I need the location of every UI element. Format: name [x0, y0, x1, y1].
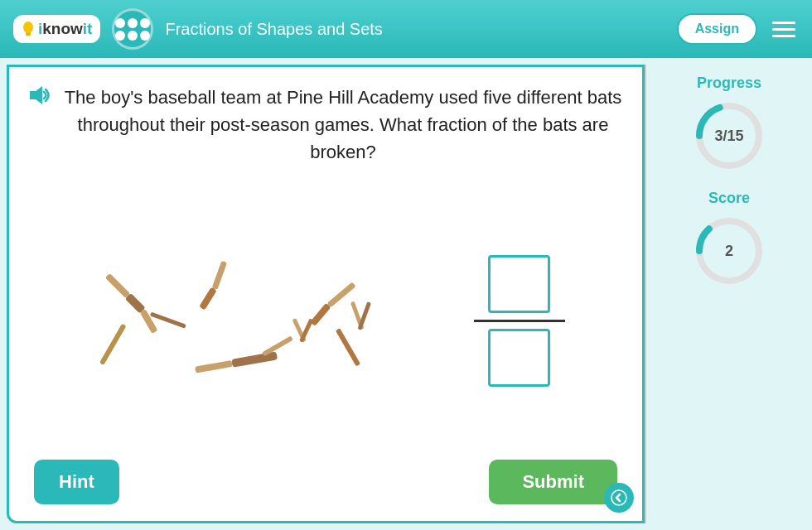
bottom-bar: Hint Submit [26, 460, 626, 504]
logo-bulb-icon [22, 21, 35, 37]
dot [140, 31, 150, 41]
content-area [26, 182, 626, 460]
menu-line [772, 28, 795, 31]
fraction-line [474, 320, 565, 322]
menu-line [772, 35, 795, 37]
menu-button[interactable] [769, 18, 799, 41]
right-panel: Progress 3/15 Score 2 [646, 58, 812, 530]
numerator-input[interactable] [495, 259, 544, 309]
svg-rect-12 [310, 302, 331, 325]
score-circle: 2 [692, 214, 766, 288]
submit-button[interactable]: Submit [489, 460, 617, 504]
question-text: The boy's baseball team at Pine Hill Aca… [60, 84, 626, 166]
progress-card: Progress 3/15 [692, 75, 766, 173]
dots-grid [115, 18, 150, 41]
question-panel: The boy's baseball team at Pine Hill Aca… [7, 65, 645, 523]
arrow-icon [611, 489, 627, 506]
hint-button[interactable]: Hint [34, 460, 119, 504]
svg-rect-13 [211, 260, 227, 289]
svg-rect-17 [335, 328, 360, 366]
svg-marker-4 [30, 86, 42, 104]
progress-circle: 3/15 [692, 99, 766, 173]
svg-point-22 [611, 490, 626, 505]
logo: iknowit [13, 15, 100, 43]
progress-label: Progress [697, 75, 761, 92]
progress-value: 3/15 [714, 128, 743, 145]
bats-image [87, 247, 385, 396]
denominator-input[interactable] [495, 333, 544, 383]
header: iknowit Fractions of Shapes and Sets Ass… [0, 0, 812, 58]
menu-line [772, 22, 795, 24]
denominator-input-box[interactable] [488, 329, 550, 387]
score-card: Score 2 [692, 190, 766, 288]
svg-rect-7 [139, 309, 157, 334]
bats-svg [87, 247, 385, 396]
svg-rect-16 [262, 335, 293, 356]
page-title: Fractions of Shapes and Sets [165, 20, 665, 39]
logo-text: iknowit [38, 20, 92, 38]
dot [115, 31, 125, 41]
back-arrow-button[interactable] [604, 483, 634, 513]
score-label: Score [708, 190, 750, 207]
fraction-area [474, 255, 565, 387]
svg-rect-9 [195, 359, 233, 373]
question-area: The boy's baseball team at Pine Hill Aca… [26, 84, 626, 166]
dot [115, 18, 125, 28]
svg-rect-5 [104, 272, 129, 297]
svg-rect-8 [99, 323, 126, 365]
svg-rect-10 [231, 351, 278, 367]
svg-rect-6 [124, 292, 145, 313]
dot [128, 18, 138, 28]
score-value: 2 [725, 243, 733, 260]
assign-button[interactable]: Assign [677, 13, 757, 45]
numerator-input-box[interactable] [488, 255, 550, 313]
svg-rect-14 [199, 287, 217, 310]
svg-point-0 [23, 22, 33, 33]
activity-icon [112, 8, 153, 50]
main-content: The boy's baseball team at Pine Hill Aca… [0, 58, 812, 530]
dot [140, 18, 150, 28]
dot [128, 31, 138, 41]
speaker-icon[interactable] [26, 84, 51, 166]
